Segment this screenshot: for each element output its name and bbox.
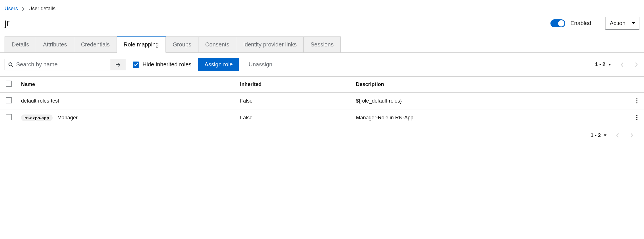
assign-role-button[interactable]: Assign role <box>198 58 239 71</box>
column-header-name: Name <box>16 77 235 93</box>
pager-range-label: 1 - 2 <box>595 62 605 68</box>
tab-groups[interactable]: Groups <box>166 36 198 52</box>
pager-prev-button[interactable] <box>614 131 621 139</box>
page-title: jr <box>5 18 550 28</box>
role-description: ${role_default-roles} <box>351 93 630 109</box>
row-actions-kebab[interactable] <box>634 113 639 122</box>
svg-point-0 <box>9 63 12 66</box>
row-checkbox[interactable] <box>6 114 12 120</box>
pager-next-button[interactable] <box>629 131 635 139</box>
caret-down-icon <box>608 64 611 66</box>
search-submit-button[interactable] <box>110 59 126 70</box>
pager-prev-button[interactable] <box>619 61 625 69</box>
column-header-description: Description <box>351 77 630 93</box>
tab-sessions[interactable]: Sessions <box>304 36 341 52</box>
action-dropdown[interactable]: Action <box>605 17 639 30</box>
role-name: default-roles-test <box>21 98 59 104</box>
toolbar: Hide inherited roles Assign role Unassig… <box>5 53 639 76</box>
table-row: default-roles-test False ${role_default-… <box>0 93 644 109</box>
arrow-right-icon <box>115 62 121 67</box>
search-icon <box>8 62 13 67</box>
row-actions-kebab[interactable] <box>634 97 639 105</box>
search-input[interactable] <box>16 61 107 68</box>
tab-identity-provider-links[interactable]: Identity provider links <box>236 36 304 52</box>
breadcrumb: Users User details <box>5 6 639 12</box>
chevron-right-icon <box>22 7 24 11</box>
tab-attributes[interactable]: Attributes <box>36 36 74 52</box>
breadcrumb-users-link[interactable]: Users <box>5 6 18 12</box>
caret-down-icon <box>632 22 635 24</box>
role-inherited: False <box>235 93 351 109</box>
tabs: Details Attributes Credentials Role mapp… <box>0 36 644 53</box>
role-inherited: False <box>235 109 351 126</box>
hide-inherited-label: Hide inherited roles <box>142 61 191 68</box>
pager-next-button[interactable] <box>633 61 639 69</box>
roles-table: Name Inherited Description default-roles… <box>0 76 644 126</box>
hide-inherited-checkbox[interactable] <box>133 62 139 68</box>
role-name: Manager <box>57 115 78 120</box>
select-all-checkbox[interactable] <box>6 81 12 87</box>
hide-inherited-checkbox-wrap: Hide inherited roles <box>133 61 191 68</box>
action-dropdown-label: Action <box>610 20 626 26</box>
row-checkbox[interactable] <box>6 97 12 103</box>
client-chip: rn-expo-app <box>21 115 53 121</box>
enabled-toggle-label: Enabled <box>570 20 591 26</box>
unassign-button[interactable]: Unassign <box>246 58 275 71</box>
table-row: rn-expo-app Manager False Manager-Role i… <box>0 109 644 126</box>
pager-bottom: 1 - 2 <box>5 126 639 144</box>
enabled-toggle[interactable] <box>550 19 565 27</box>
page-header: jr Enabled Action <box>5 17 639 30</box>
caret-down-icon <box>604 134 606 136</box>
tab-details[interactable]: Details <box>5 36 36 52</box>
tab-credentials[interactable]: Credentials <box>74 36 117 52</box>
pager-top: 1 - 2 <box>595 61 639 69</box>
pager-range-label: 1 - 2 <box>591 132 601 138</box>
svg-line-1 <box>12 66 13 67</box>
tab-consents[interactable]: Consents <box>198 36 237 52</box>
column-header-inherited: Inherited <box>235 77 351 93</box>
tab-role-mapping[interactable]: Role mapping <box>117 36 166 53</box>
pager-range-dropdown[interactable]: 1 - 2 <box>595 62 611 68</box>
role-description: Manager-Role in RN-App <box>351 109 630 126</box>
pager-range-dropdown[interactable]: 1 - 2 <box>591 132 606 138</box>
breadcrumb-current: User details <box>28 6 55 12</box>
check-icon <box>134 63 138 66</box>
search-wrap <box>5 59 126 70</box>
